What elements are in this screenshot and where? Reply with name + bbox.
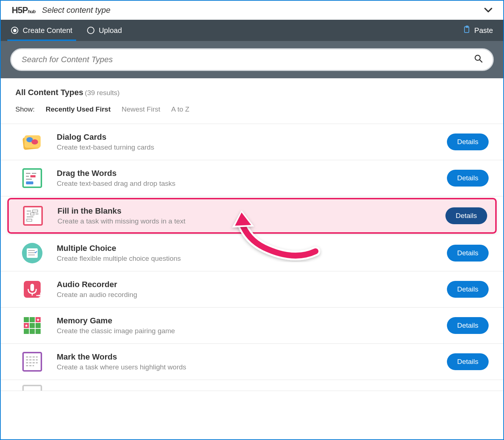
dialog-cards-icon	[21, 131, 44, 153]
sort-label: Show:	[15, 105, 35, 113]
h5p-hub-container: H5Phub Select content type Create Conten…	[0, 0, 504, 440]
svg-rect-37	[30, 323, 35, 328]
list-item-mark-the-words[interactable]: Mark the Words Create a task where users…	[1, 344, 503, 380]
tab-label: Upload	[99, 26, 122, 35]
item-text: Audio Recorder Create an audio recording	[57, 280, 434, 299]
paste-label: Paste	[474, 26, 493, 35]
svg-point-7	[31, 139, 38, 144]
item-desc: Create the classic image pairing game	[57, 327, 434, 335]
item-text: Dialog Cards Create text-based turning c…	[57, 132, 434, 151]
svg-rect-41	[36, 329, 41, 334]
chevron-down-icon[interactable]	[484, 5, 492, 15]
item-title: Mark the Words	[57, 352, 434, 362]
h5p-logo: H5Phub	[12, 5, 36, 15]
sort-row: Show: Recently Used First Newest First A…	[15, 105, 489, 113]
radio-selected-icon	[11, 27, 18, 34]
results-count: (39 results)	[85, 89, 120, 97]
paste-icon	[463, 26, 471, 35]
search-icon[interactable]	[474, 54, 482, 65]
results-title: All Content Types	[15, 88, 83, 97]
svg-rect-42	[23, 353, 41, 371]
mark-the-words-icon	[21, 350, 44, 373]
list-item-fill-in-the-blanks[interactable]: Fill in the Blanks Create a task with mi…	[7, 198, 497, 234]
list-item-partial[interactable]	[1, 380, 503, 391]
item-text: Memory Game Create the classic image pai…	[57, 316, 434, 335]
svg-line-3	[480, 60, 482, 62]
drag-the-words-icon	[21, 167, 44, 189]
details-button[interactable]: Details	[447, 353, 489, 370]
item-title: Memory Game	[57, 316, 434, 326]
item-title: Multiple Choice	[57, 244, 434, 253]
list-item-drag-the-words[interactable]: Drag the Words Create text-based drag an…	[1, 160, 503, 196]
details-button[interactable]: Details	[447, 170, 489, 187]
svg-text:★: ★	[36, 317, 40, 322]
svg-rect-15	[24, 207, 42, 225]
fill-in-the-blanks-icon	[22, 204, 44, 227]
item-desc: Create an audio recording	[57, 291, 434, 299]
sort-newest-first[interactable]: Newest First	[122, 105, 160, 113]
audio-recorder-icon	[21, 278, 44, 301]
svg-rect-39	[24, 329, 29, 334]
svg-rect-32	[30, 317, 35, 322]
svg-rect-12	[30, 175, 36, 177]
details-button[interactable]: Details	[447, 133, 489, 150]
results-title-row: All Content Types (39 results)	[15, 88, 489, 97]
memory-game-icon: ★ ★	[21, 314, 44, 337]
details-button[interactable]: Details	[447, 245, 489, 262]
svg-rect-29	[30, 284, 34, 291]
list-item-dialog-cards[interactable]: Dialog Cards Create text-based turning c…	[1, 124, 503, 160]
radio-unselected-icon	[87, 27, 94, 34]
header-title: Select content type	[42, 5, 111, 15]
multiple-choice-icon	[21, 242, 44, 264]
item-desc: Create text-based turning cards	[57, 143, 434, 151]
details-button[interactable]: Details	[445, 207, 487, 224]
sort-recently-used[interactable]: Recently Used First	[46, 105, 111, 113]
item-desc: Create a task where users highlight word…	[57, 363, 434, 371]
item-title: Fill in the Blanks	[57, 206, 432, 216]
tab-upload[interactable]: Upload	[87, 20, 122, 41]
search-input[interactable]	[22, 55, 474, 64]
svg-point-2	[475, 55, 480, 60]
sort-a-to-z[interactable]: A to Z	[171, 105, 190, 113]
content-type-list[interactable]: Dialog Cards Create text-based turning c…	[1, 124, 503, 440]
svg-rect-8	[23, 169, 41, 187]
item-text: Multiple Choice Create flexible multiple…	[57, 244, 434, 263]
svg-text:★: ★	[25, 323, 28, 328]
item-text: Fill in the Blanks Create a task with mi…	[57, 206, 432, 225]
tabs-bar: Create Content Upload Paste	[1, 20, 503, 41]
item-title: Audio Recorder	[57, 280, 434, 289]
svg-rect-38	[36, 323, 41, 328]
details-button[interactable]: Details	[447, 317, 489, 334]
tabs-left: Create Content Upload	[11, 20, 122, 41]
item-desc: Create flexible multiple choice question…	[57, 255, 434, 263]
results-header: All Content Types (39 results) Show: Rec…	[1, 78, 503, 117]
svg-rect-47	[23, 386, 41, 391]
item-title: Drag the Words	[57, 169, 434, 178]
list-item-audio-recorder[interactable]: Audio Recorder Create an audio recording…	[1, 271, 503, 308]
svg-rect-14	[26, 181, 33, 184]
tab-label: Create Content	[23, 26, 72, 35]
svg-rect-31	[24, 317, 29, 322]
partial-icon	[21, 383, 44, 391]
search-bar	[10, 48, 494, 71]
header-left: H5Phub Select content type	[12, 5, 111, 15]
item-desc: Create text-based drag and drop tasks	[57, 180, 434, 188]
svg-rect-40	[30, 329, 35, 334]
item-title: Dialog Cards	[57, 132, 434, 142]
list-item-multiple-choice[interactable]: Multiple Choice Create flexible multiple…	[1, 235, 503, 271]
header: H5Phub Select content type	[1, 1, 503, 20]
item-text: Drag the Words Create text-based drag an…	[57, 169, 434, 188]
paste-button[interactable]: Paste	[463, 26, 493, 35]
details-button[interactable]: Details	[447, 281, 489, 298]
item-desc: Create a task with missing words in a te…	[57, 217, 432, 225]
search-bar-wrap	[1, 41, 503, 78]
item-text: Mark the Words Create a task where users…	[57, 352, 434, 371]
tab-create-content[interactable]: Create Content	[11, 20, 72, 41]
list-item-memory-game[interactable]: ★ ★ Memory Game Create the classic image…	[1, 308, 503, 344]
